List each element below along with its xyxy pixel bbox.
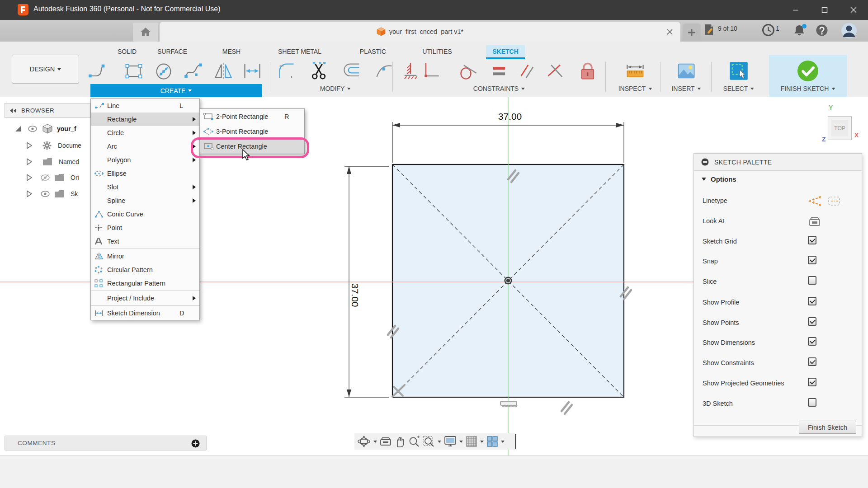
clock-icon[interactable] — [762, 24, 774, 36]
modify-fillet-tool-icon[interactable] — [277, 61, 297, 81]
centerline-linetype-icon[interactable] — [828, 196, 840, 206]
chevron-down-icon[interactable] — [438, 441, 441, 443]
tab-surface[interactable]: SURFACE — [157, 45, 187, 58]
create-spline-tool-icon[interactable] — [184, 61, 203, 81]
pan-tool-icon[interactable] — [393, 435, 406, 448]
expand-triangle-icon[interactable] — [14, 125, 22, 132]
constraint-fixed-icon[interactable] — [401, 61, 420, 81]
menu-item-rectangle[interactable]: Rectangle — [91, 113, 199, 126]
constraint-tangent-icon[interactable] — [458, 61, 478, 81]
look-at-icon[interactable] — [808, 216, 821, 227]
construction-linetype-icon[interactable] — [808, 195, 821, 207]
menu-item-conic-curve[interactable]: Conic Curve — [91, 207, 199, 221]
document-tab-close-button[interactable] — [665, 27, 674, 36]
expand-arrow-icon[interactable] — [26, 142, 33, 149]
constraint-parallel-icon[interactable] — [517, 61, 537, 81]
minimize-button[interactable] — [781, 0, 810, 20]
tab-utilities[interactable]: UTILITIES — [422, 45, 452, 58]
home-view-button[interactable] — [133, 23, 158, 42]
constraint-lock-icon[interactable] — [578, 61, 598, 81]
select-tool-icon[interactable] — [729, 61, 749, 81]
menu-item-arc[interactable]: Arc — [91, 140, 199, 153]
new-document-tab-button[interactable] — [683, 23, 701, 42]
menu-item-circle[interactable]: Circle — [91, 126, 199, 140]
comments-bar[interactable]: COMMENTS — [5, 436, 207, 450]
constraint-perpendicular-icon[interactable] — [421, 61, 441, 81]
menu-item-point[interactable]: Point — [91, 221, 199, 235]
show-constraints-checkbox[interactable] — [808, 357, 816, 366]
menu-item-rectangular-pattern[interactable]: Rectangular Pattern — [91, 277, 199, 290]
constraint-equal-icon[interactable] — [489, 61, 509, 81]
help-icon[interactable] — [816, 24, 828, 37]
grid-settings-icon[interactable] — [466, 436, 477, 447]
job-status-icon[interactable] — [703, 24, 715, 36]
chevron-down-icon[interactable] — [501, 441, 505, 443]
browser-item-origin[interactable]: Ori — [5, 171, 79, 184]
snap-checkbox[interactable] — [808, 256, 816, 264]
expand-arrow-icon[interactable] — [26, 158, 33, 165]
dimension-width-value[interactable]: 37.00 — [498, 111, 522, 122]
expand-arrow-icon[interactable] — [26, 190, 33, 197]
orbit-tool-icon[interactable] — [357, 435, 371, 448]
dimension-height-value[interactable]: 37.00 — [349, 283, 360, 307]
menu-item-sketch-dimension[interactable]: Sketch Dimension D — [91, 306, 199, 320]
browser-item-document-settings[interactable]: Docume — [5, 139, 81, 152]
insert-image-tool-icon[interactable] — [676, 61, 696, 81]
display-settings-icon[interactable] — [444, 436, 457, 447]
create-line-tool-icon[interactable] — [88, 61, 108, 81]
menu-item-polygon[interactable]: Polygon — [91, 153, 199, 167]
menu-item-ellipse[interactable]: Ellipse — [91, 167, 199, 180]
menu-item-mirror[interactable]: Mirror — [91, 249, 199, 263]
show-projected-geometries-checkbox[interactable] — [808, 378, 816, 386]
tab-plastic[interactable]: PLASTIC — [360, 45, 386, 58]
visibility-off-eye-icon[interactable] — [41, 174, 50, 181]
modify-trim-tool-icon[interactable] — [309, 61, 329, 81]
visibility-eye-icon[interactable] — [41, 191, 50, 197]
show-profile-checkbox[interactable] — [808, 297, 816, 305]
horizontal-constraint-glyph[interactable] — [500, 401, 517, 407]
collapse-panel-icon[interactable] — [9, 108, 17, 113]
create-mirror-tool-icon[interactable] — [213, 61, 233, 81]
finish-sketch-button[interactable]: FINISH SKETCH — [769, 55, 847, 97]
browser-item-named-views[interactable]: Named — [5, 155, 79, 169]
constraints-menu-button[interactable]: CONSTRAINTS — [473, 85, 525, 92]
chevron-down-icon[interactable] — [480, 441, 484, 443]
tab-mesh[interactable]: MESH — [222, 45, 241, 58]
tab-sketch[interactable]: SKETCH — [492, 45, 519, 58]
sketch-palette-header[interactable]: SKETCH PALETTE — [694, 154, 862, 171]
create-dimension-tool-icon[interactable] — [242, 61, 262, 81]
menu-item-line[interactable]: Line L — [91, 99, 199, 113]
menu-item-slot[interactable]: Slot — [91, 180, 199, 194]
inspect-menu-button[interactable]: INSPECT — [618, 85, 652, 92]
select-menu-button[interactable]: SELECT — [723, 85, 754, 92]
options-section-header[interactable]: Options — [702, 175, 736, 183]
look-at-tool-icon[interactable] — [380, 436, 392, 447]
view-cube-face[interactable]: TOP — [831, 120, 848, 136]
constraint-collinear-icon[interactable] — [545, 61, 565, 81]
3d-sketch-checkbox[interactable] — [808, 398, 816, 407]
tab-solid[interactable]: SOLID — [118, 45, 137, 58]
menu-item-spline[interactable]: Spline — [91, 194, 199, 207]
maximize-button[interactable] — [810, 0, 839, 20]
viewports-icon[interactable] — [486, 436, 498, 447]
create-menu-button[interactable]: CREATE — [90, 84, 262, 97]
modify-curve-tool-icon[interactable] — [374, 61, 394, 81]
add-comment-icon[interactable] — [191, 439, 200, 448]
palette-finish-sketch-button[interactable]: Finish Sketch — [799, 421, 856, 434]
show-dimensions-checkbox[interactable] — [808, 337, 816, 346]
workspace-selector[interactable]: DESIGN — [12, 55, 79, 84]
user-avatar[interactable] — [841, 23, 857, 39]
create-circle-tool-icon[interactable] — [154, 61, 174, 81]
menu-item-2-point-rectangle[interactable]: 2-Point Rectangle R — [200, 109, 304, 124]
visibility-eye-icon[interactable] — [28, 126, 37, 132]
menu-item-circular-pattern[interactable]: Circular Pattern — [91, 263, 199, 277]
chevron-down-icon[interactable] — [373, 441, 377, 443]
menu-item-text[interactable]: Text — [91, 235, 199, 248]
menu-item-3-point-rectangle[interactable]: 3-Point Rectangle — [200, 124, 304, 139]
modify-offset-tool-icon[interactable] — [342, 61, 362, 81]
notification-bell-icon[interactable] — [793, 23, 807, 37]
center-point[interactable] — [505, 277, 512, 285]
expand-arrow-icon[interactable] — [26, 174, 33, 181]
slice-checkbox[interactable] — [808, 276, 816, 285]
chevron-down-icon[interactable] — [459, 441, 463, 443]
